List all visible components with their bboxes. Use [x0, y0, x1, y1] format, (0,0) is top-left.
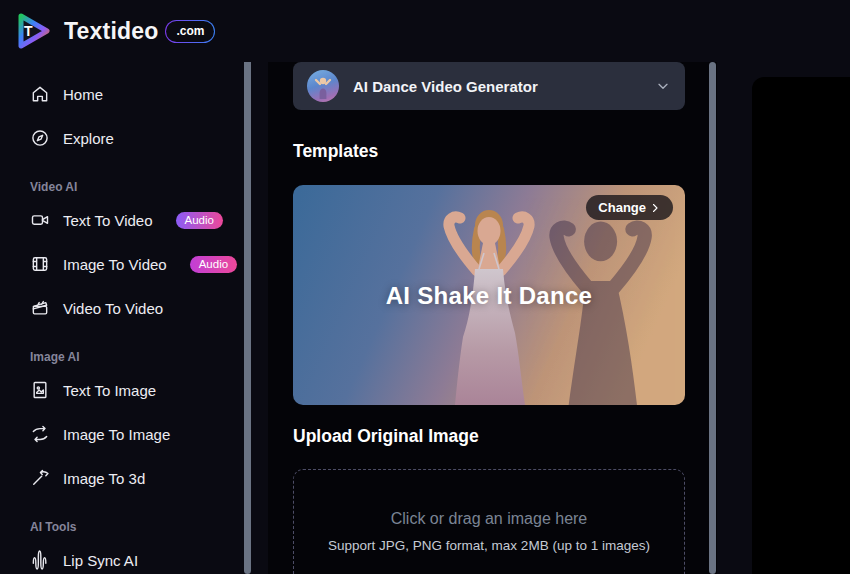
- repeat-icon: [30, 424, 50, 444]
- sidebar-item-explore[interactable]: Explore: [0, 116, 268, 160]
- sidebar-item-lip-sync-ai[interactable]: Lip Sync AI: [0, 538, 268, 574]
- play-triangle-logo-icon: T: [10, 7, 56, 55]
- dropzone-title: Click or drag an image here: [294, 510, 684, 528]
- home-icon: [30, 84, 50, 104]
- audio-badge: Audio: [176, 212, 223, 229]
- sidebar-item-label: Home: [63, 86, 103, 103]
- image-document-icon: [30, 380, 50, 400]
- sidebar: Home Explore Video AI Text To Video Audi…: [0, 62, 268, 574]
- pickaxe-icon: [30, 468, 50, 488]
- sidebar-section-ai-tools: AI Tools: [30, 520, 268, 534]
- preview-panel: [752, 77, 850, 574]
- video-camera-icon: [30, 210, 50, 230]
- brand-domain-badge: .com: [165, 20, 215, 43]
- change-template-button[interactable]: Change: [586, 195, 673, 220]
- waveform-icon: [30, 550, 50, 570]
- template-title: AI Shake It Dance: [293, 282, 685, 310]
- brand-name: Textideo: [64, 18, 158, 45]
- main-panel: AI Dance Video Generator Templates: [268, 62, 717, 574]
- sidebar-item-label: Lip Sync AI: [63, 552, 138, 569]
- sidebar-item-label: Video To Video: [63, 300, 163, 317]
- dancer-avatar: [307, 70, 339, 102]
- app-header: T Textideo .com: [0, 0, 850, 62]
- sidebar-item-image-to-3d[interactable]: Image To 3d: [0, 456, 268, 500]
- sidebar-scrollbar[interactable]: [244, 0, 251, 574]
- sidebar-item-video-to-video[interactable]: Video To Video: [0, 286, 268, 330]
- upload-heading: Upload Original Image: [293, 426, 685, 447]
- tool-selector-label: AI Dance Video Generator: [353, 78, 655, 95]
- sidebar-item-label: Text To Video: [63, 212, 153, 229]
- tool-selector-dropdown[interactable]: AI Dance Video Generator: [293, 62, 685, 110]
- change-button-label: Change: [598, 200, 646, 215]
- sidebar-section-video-ai: Video AI: [30, 180, 268, 194]
- main-scrollbar[interactable]: [709, 62, 716, 574]
- sidebar-item-image-to-image[interactable]: Image To Image: [0, 412, 268, 456]
- chevron-down-icon: [655, 78, 671, 94]
- sidebar-item-label: Explore: [63, 130, 114, 147]
- compass-icon: [30, 128, 50, 148]
- clapperboard-icon: [30, 298, 50, 318]
- sidebar-item-image-to-video[interactable]: Image To Video Audio: [0, 242, 268, 286]
- film-icon: [30, 254, 50, 274]
- image-upload-dropzone[interactable]: Click or drag an image here Support JPG,…: [293, 469, 685, 574]
- sidebar-item-label: Image To Video: [63, 256, 167, 273]
- dropzone-hint: Support JPG, PNG format, max 2MB (up to …: [294, 538, 684, 553]
- sidebar-item-home[interactable]: Home: [0, 72, 268, 116]
- sidebar-item-text-to-image[interactable]: Text To Image: [0, 368, 268, 412]
- sidebar-item-label: Image To Image: [63, 426, 170, 443]
- sidebar-item-label: Image To 3d: [63, 470, 145, 487]
- sidebar-item-text-to-video[interactable]: Text To Video Audio: [0, 198, 268, 242]
- selected-template-card[interactable]: AI Shake It Dance Change: [293, 185, 685, 405]
- chevron-right-icon: [649, 202, 661, 214]
- sidebar-section-image-ai: Image AI: [30, 350, 268, 364]
- templates-heading: Templates: [293, 141, 685, 162]
- logo-letter: T: [24, 23, 33, 39]
- sidebar-item-label: Text To Image: [63, 382, 156, 399]
- audio-badge: Audio: [190, 256, 237, 273]
- brand-logo[interactable]: T Textideo .com: [10, 7, 215, 55]
